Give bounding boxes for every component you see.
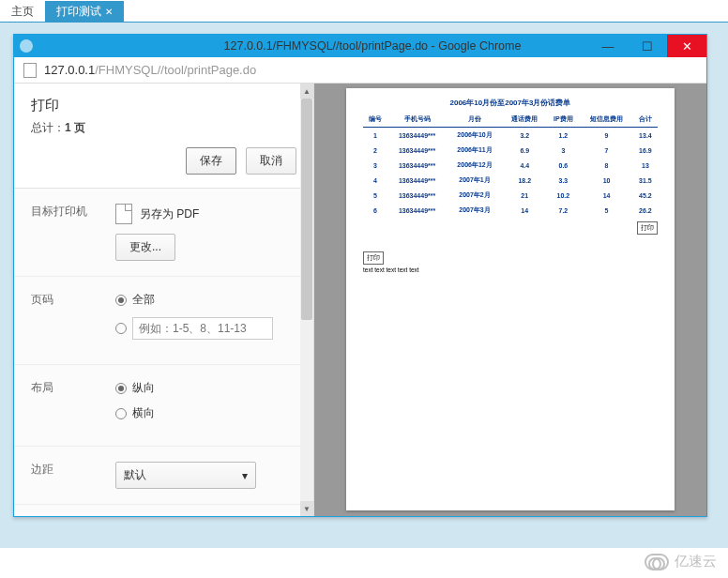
table-header: IP费用 — [546, 112, 580, 128]
margins-label: 边距 — [31, 462, 115, 489]
close-icon[interactable]: ✕ — [105, 7, 113, 17]
margins-select[interactable]: 默认▾ — [115, 462, 256, 489]
destination-label: 目标打印机 — [31, 204, 115, 261]
layout-label: 布局 — [31, 380, 115, 431]
watermark-icon — [645, 554, 669, 570]
pages-label: 页码 — [31, 292, 115, 349]
chevron-down-icon: ▾ — [242, 469, 248, 482]
browser-icon — [20, 39, 33, 53]
table-row: 413634449***2007年1月18.23.31031.5 — [363, 173, 658, 188]
tab-print-test[interactable]: 打印测试✕ — [45, 1, 124, 22]
table-row: 513634449***2007年2月2110.21445.2 — [363, 188, 658, 203]
layout-landscape-radio[interactable] — [115, 408, 127, 419]
tab-home[interactable]: 主页 — [0, 1, 45, 22]
doc-sample-text: text text text text text — [363, 266, 658, 273]
scroll-down-button[interactable]: ▼ — [300, 501, 313, 516]
url-path: /FHMYSQL//tool/printPage.do — [95, 63, 256, 77]
save-button[interactable]: 保存 — [186, 147, 236, 175]
table-header: 通话费用 — [503, 112, 546, 128]
address-bar[interactable]: 127.0.0.1/FHMYSQL//tool/printPage.do — [14, 57, 706, 84]
scrollbar[interactable]: ▲ ▼ — [300, 84, 313, 516]
table-header: 手机号码 — [387, 112, 447, 128]
layout-portrait-radio[interactable] — [115, 383, 127, 394]
watermark: 亿速云 — [645, 553, 717, 570]
pages-range-input[interactable] — [132, 317, 273, 340]
cancel-button[interactable]: 取消 — [246, 147, 296, 175]
print-panel: 打印 总计：1 页 保存 取消 目标打印机 另存为 PDF — [14, 84, 314, 516]
scroll-thumb[interactable] — [301, 99, 312, 320]
titlebar: 127.0.0.1/FHMYSQL//tool/printPage.do - G… — [14, 35, 706, 57]
pages-range-radio[interactable] — [115, 323, 127, 334]
table-row: 213634449***2006年11月6.93716.9 — [363, 143, 658, 158]
chrome-window: 127.0.0.1/FHMYSQL//tool/printPage.do - G… — [13, 34, 707, 517]
pages-all-radio[interactable] — [115, 295, 127, 306]
doc-print-button-1[interactable]: 打印 — [637, 221, 658, 235]
table-row: 613634449***2007年3月147.2526.2 — [363, 203, 658, 218]
minimize-button[interactable]: — — [588, 35, 628, 57]
table-header: 月份 — [447, 112, 503, 128]
print-total: 总计：1 页 — [31, 120, 296, 136]
table-header: 短信息费用 — [580, 112, 633, 128]
destination-value: 另存为 PDF — [140, 206, 199, 222]
table-row: 113634449***2006年10月3.21.2913.4 — [363, 128, 658, 144]
print-title: 打印 — [31, 97, 296, 114]
table-header: 合计 — [633, 112, 658, 128]
doc-title: 2006年10月份至2007年3月份话费单 — [363, 98, 658, 108]
pdf-icon — [115, 204, 132, 224]
page-icon — [23, 63, 37, 78]
url-host: 127.0.0.1 — [44, 63, 95, 77]
table-header: 编号 — [363, 112, 387, 128]
table-row: 313634449***2006年12月4.40.6813 — [363, 158, 658, 173]
close-button[interactable]: ✕ — [667, 35, 706, 57]
doc-print-button-2[interactable]: 打印 — [363, 251, 384, 265]
change-destination-button[interactable]: 更改... — [115, 234, 175, 261]
preview-page: 2006年10月份至2007年3月份话费单 编号手机号码月份通话费用IP费用短信… — [346, 88, 675, 510]
print-settings: 目标打印机 另存为 PDF 更改... 页码 全部 — [14, 189, 313, 516]
scroll-up-button[interactable]: ▲ — [300, 84, 313, 99]
app-tab-bar: 主页 打印测试✕ — [0, 0, 728, 23]
app-body: 127.0.0.1/FHMYSQL//tool/printPage.do - G… — [0, 23, 728, 548]
maximize-button[interactable]: ☐ — [628, 35, 667, 57]
print-preview: 2006年10月份至2007年3月份话费单 编号手机号码月份通话费用IP费用短信… — [314, 84, 706, 516]
data-table: 编号手机号码月份通话费用IP费用短信息费用合计 113634449***2006… — [363, 112, 658, 218]
